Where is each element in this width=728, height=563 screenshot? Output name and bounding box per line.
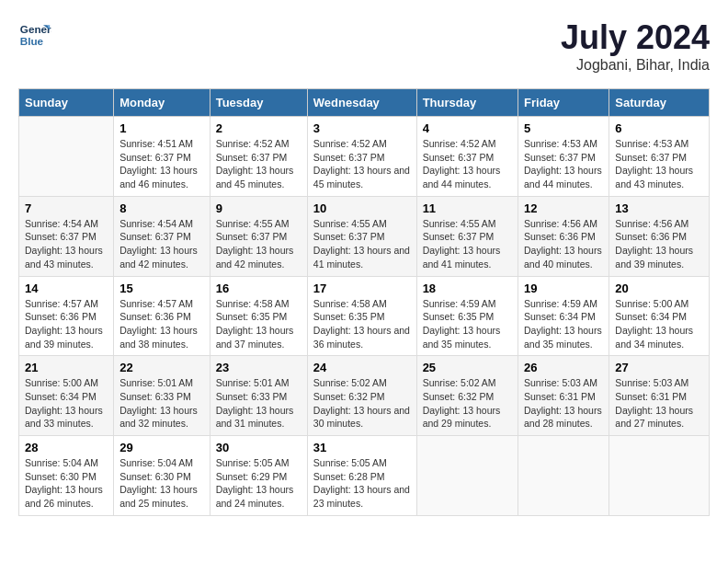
week-row-1: 1 Sunrise: 4:51 AM Sunset: 6:37 PM Dayli…	[19, 117, 710, 197]
day-number: 12	[524, 201, 603, 215]
day-number: 9	[216, 201, 301, 215]
calendar-title: July 2024	[561, 18, 710, 57]
day-number: 22	[119, 361, 204, 374]
day-number: 4	[423, 121, 512, 135]
day-info: Sunrise: 4:52 AM Sunset: 6:37 PM Dayligh…	[423, 137, 512, 191]
day-cell: 21 Sunrise: 5:00 AM Sunset: 6:34 PM Dayl…	[19, 356, 114, 436]
day-cell	[609, 436, 710, 516]
week-row-5: 28 Sunrise: 5:04 AM Sunset: 6:30 PM Dayl…	[19, 436, 710, 516]
day-cell: 19 Sunrise: 4:59 AM Sunset: 6:34 PM Dayl…	[518, 276, 609, 356]
day-info: Sunrise: 5:05 AM Sunset: 6:29 PM Dayligh…	[216, 456, 301, 511]
day-info: Sunrise: 4:53 AM Sunset: 6:37 PM Dayligh…	[615, 137, 703, 191]
day-info: Sunrise: 5:01 AM Sunset: 6:33 PM Dayligh…	[216, 376, 301, 431]
day-info: Sunrise: 4:55 AM Sunset: 6:37 PM Dayligh…	[313, 217, 411, 271]
day-cell	[416, 436, 518, 516]
day-number: 10	[313, 201, 411, 215]
day-number: 3	[313, 121, 411, 135]
day-info: Sunrise: 4:56 AM Sunset: 6:36 PM Dayligh…	[615, 217, 703, 271]
day-cell: 28 Sunrise: 5:04 AM Sunset: 6:30 PM Dayl…	[19, 436, 114, 516]
day-number: 31	[313, 441, 411, 454]
day-cell: 11 Sunrise: 4:55 AM Sunset: 6:37 PM Dayl…	[416, 196, 518, 276]
svg-text:General: General	[20, 23, 51, 35]
day-number: 19	[524, 282, 603, 295]
day-cell: 8 Sunrise: 4:54 AM Sunset: 6:37 PM Dayli…	[114, 196, 210, 276]
day-number: 21	[25, 361, 108, 374]
day-cell: 27 Sunrise: 5:03 AM Sunset: 6:31 PM Dayl…	[609, 356, 710, 436]
calendar-table: Sunday Monday Tuesday Wednesday Thursday…	[18, 88, 710, 516]
day-number: 14	[25, 282, 108, 295]
day-info: Sunrise: 4:52 AM Sunset: 6:37 PM Dayligh…	[313, 137, 411, 191]
day-number: 25	[423, 361, 512, 374]
day-info: Sunrise: 4:55 AM Sunset: 6:37 PM Dayligh…	[216, 217, 301, 271]
day-info: Sunrise: 4:54 AM Sunset: 6:37 PM Dayligh…	[25, 217, 108, 271]
day-cell: 10 Sunrise: 4:55 AM Sunset: 6:37 PM Dayl…	[307, 196, 416, 276]
day-cell: 18 Sunrise: 4:59 AM Sunset: 6:35 PM Dayl…	[416, 276, 518, 356]
day-cell	[518, 436, 609, 516]
day-cell: 29 Sunrise: 5:04 AM Sunset: 6:30 PM Dayl…	[114, 436, 210, 516]
title-block: July 2024 Jogbani, Bihar, India	[561, 18, 710, 74]
day-info: Sunrise: 4:53 AM Sunset: 6:37 PM Dayligh…	[524, 137, 603, 191]
day-info: Sunrise: 5:00 AM Sunset: 6:34 PM Dayligh…	[615, 297, 703, 351]
day-number: 28	[25, 441, 108, 454]
day-info: Sunrise: 5:02 AM Sunset: 6:32 PM Dayligh…	[423, 376, 512, 431]
day-cell	[19, 117, 114, 197]
day-info: Sunrise: 4:52 AM Sunset: 6:37 PM Dayligh…	[216, 137, 301, 191]
day-number: 27	[615, 361, 703, 374]
day-info: Sunrise: 4:51 AM Sunset: 6:37 PM Dayligh…	[119, 137, 204, 191]
week-row-4: 21 Sunrise: 5:00 AM Sunset: 6:34 PM Dayl…	[19, 356, 710, 436]
header-row: Sunday Monday Tuesday Wednesday Thursday…	[19, 89, 710, 117]
day-cell: 30 Sunrise: 5:05 AM Sunset: 6:29 PM Dayl…	[210, 436, 307, 516]
day-number: 29	[119, 441, 204, 454]
day-number: 8	[119, 201, 204, 215]
day-number: 5	[524, 121, 603, 135]
day-info: Sunrise: 4:54 AM Sunset: 6:37 PM Dayligh…	[119, 217, 204, 271]
header-thursday: Thursday	[416, 89, 518, 117]
day-number: 2	[216, 121, 301, 135]
day-info: Sunrise: 5:03 AM Sunset: 6:31 PM Dayligh…	[524, 376, 603, 431]
day-cell: 7 Sunrise: 4:54 AM Sunset: 6:37 PM Dayli…	[19, 196, 114, 276]
header-saturday: Saturday	[609, 89, 710, 117]
day-cell: 14 Sunrise: 4:57 AM Sunset: 6:36 PM Dayl…	[19, 276, 114, 356]
day-cell: 6 Sunrise: 4:53 AM Sunset: 6:37 PM Dayli…	[609, 117, 710, 197]
day-cell: 17 Sunrise: 4:58 AM Sunset: 6:35 PM Dayl…	[307, 276, 416, 356]
day-number: 7	[25, 201, 108, 215]
day-cell: 15 Sunrise: 4:57 AM Sunset: 6:36 PM Dayl…	[114, 276, 210, 356]
day-info: Sunrise: 5:01 AM Sunset: 6:33 PM Dayligh…	[119, 376, 204, 431]
week-row-2: 7 Sunrise: 4:54 AM Sunset: 6:37 PM Dayli…	[19, 196, 710, 276]
header-friday: Friday	[518, 89, 609, 117]
header-wednesday: Wednesday	[307, 89, 416, 117]
week-row-3: 14 Sunrise: 4:57 AM Sunset: 6:36 PM Dayl…	[19, 276, 710, 356]
day-info: Sunrise: 4:56 AM Sunset: 6:36 PM Dayligh…	[524, 217, 603, 271]
day-info: Sunrise: 4:58 AM Sunset: 6:35 PM Dayligh…	[313, 297, 411, 351]
day-cell: 1 Sunrise: 4:51 AM Sunset: 6:37 PM Dayli…	[114, 117, 210, 197]
day-number: 24	[313, 361, 411, 374]
day-cell: 3 Sunrise: 4:52 AM Sunset: 6:37 PM Dayli…	[307, 117, 416, 197]
day-number: 1	[119, 121, 204, 135]
logo: General Blue	[18, 18, 51, 52]
day-cell: 16 Sunrise: 4:58 AM Sunset: 6:35 PM Dayl…	[210, 276, 307, 356]
header-tuesday: Tuesday	[210, 89, 307, 117]
day-info: Sunrise: 5:03 AM Sunset: 6:31 PM Dayligh…	[615, 376, 703, 431]
header-monday: Monday	[114, 89, 210, 117]
day-number: 11	[423, 201, 512, 215]
day-cell: 12 Sunrise: 4:56 AM Sunset: 6:36 PM Dayl…	[518, 196, 609, 276]
day-cell: 2 Sunrise: 4:52 AM Sunset: 6:37 PM Dayli…	[210, 117, 307, 197]
day-number: 16	[216, 282, 301, 295]
day-number: 17	[313, 282, 411, 295]
day-number: 6	[615, 121, 703, 135]
day-cell: 31 Sunrise: 5:05 AM Sunset: 6:28 PM Dayl…	[307, 436, 416, 516]
header-sunday: Sunday	[19, 89, 114, 117]
day-info: Sunrise: 5:02 AM Sunset: 6:32 PM Dayligh…	[313, 376, 411, 431]
day-cell: 4 Sunrise: 4:52 AM Sunset: 6:37 PM Dayli…	[416, 117, 518, 197]
day-info: Sunrise: 4:59 AM Sunset: 6:34 PM Dayligh…	[524, 297, 603, 351]
day-info: Sunrise: 4:57 AM Sunset: 6:36 PM Dayligh…	[119, 297, 204, 351]
day-cell: 25 Sunrise: 5:02 AM Sunset: 6:32 PM Dayl…	[416, 356, 518, 436]
day-info: Sunrise: 4:58 AM Sunset: 6:35 PM Dayligh…	[216, 297, 301, 351]
day-number: 20	[615, 282, 703, 295]
day-cell: 20 Sunrise: 5:00 AM Sunset: 6:34 PM Dayl…	[609, 276, 710, 356]
svg-text:Blue: Blue	[20, 35, 44, 47]
day-cell: 5 Sunrise: 4:53 AM Sunset: 6:37 PM Dayli…	[518, 117, 609, 197]
day-cell: 13 Sunrise: 4:56 AM Sunset: 6:36 PM Dayl…	[609, 196, 710, 276]
day-cell: 24 Sunrise: 5:02 AM Sunset: 6:32 PM Dayl…	[307, 356, 416, 436]
day-info: Sunrise: 4:55 AM Sunset: 6:37 PM Dayligh…	[423, 217, 512, 271]
